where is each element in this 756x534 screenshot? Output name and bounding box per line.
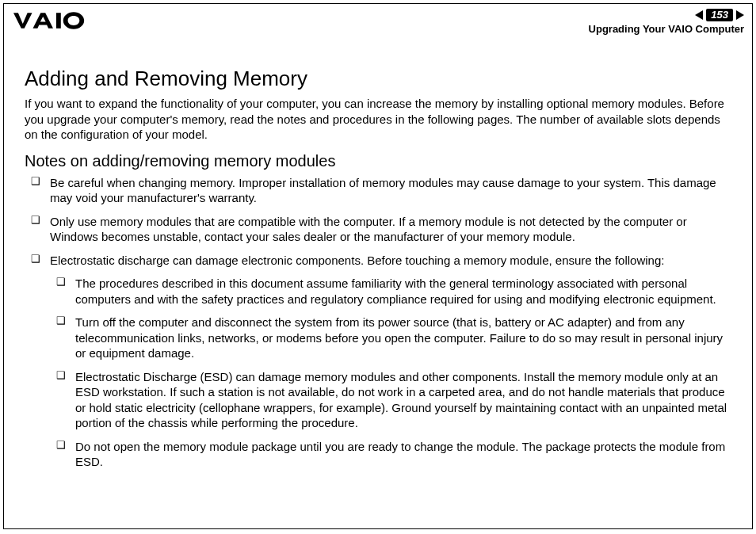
page-title: Adding and Removing Memory: [25, 67, 731, 91]
list-item: Electrostatic Discharge (ESD) can damage…: [50, 369, 731, 431]
page-nav: 153: [589, 9, 744, 21]
page-number: 153: [706, 9, 733, 21]
page-frame: 153 Upgrading Your VAIO Computer Adding …: [3, 3, 753, 529]
next-page-arrow-icon[interactable]: [736, 10, 744, 20]
vaio-logo: [13, 12, 91, 32]
list-item: The procedures described in this documen…: [50, 276, 731, 307]
notes-subtitle: Notes on adding/removing memory modules: [25, 152, 731, 170]
header-right: 153 Upgrading Your VAIO Computer: [589, 9, 744, 35]
notes-sublist: The procedures described in this documen…: [50, 276, 731, 470]
list-item: Do not open the memory module package un…: [50, 439, 731, 470]
list-item: Only use memory modules that are compati…: [25, 214, 731, 245]
list-item: Be careful when changing memory. Imprope…: [25, 175, 731, 206]
list-item-text: Electrostatic discharge can damage elect…: [50, 254, 664, 267]
content: Adding and Removing Memory If you want t…: [4, 40, 752, 470]
prev-page-arrow-icon[interactable]: [695, 10, 703, 20]
intro-paragraph: If you want to expand the functionality …: [25, 96, 731, 143]
svg-rect-0: [56, 13, 61, 29]
list-item: Electrostatic discharge can damage elect…: [25, 253, 731, 470]
section-name: Upgrading Your VAIO Computer: [589, 23, 744, 35]
list-item: Turn off the computer and disconnect the…: [50, 315, 731, 361]
header: 153 Upgrading Your VAIO Computer: [4, 4, 752, 40]
notes-list: Be careful when changing memory. Imprope…: [25, 175, 731, 470]
